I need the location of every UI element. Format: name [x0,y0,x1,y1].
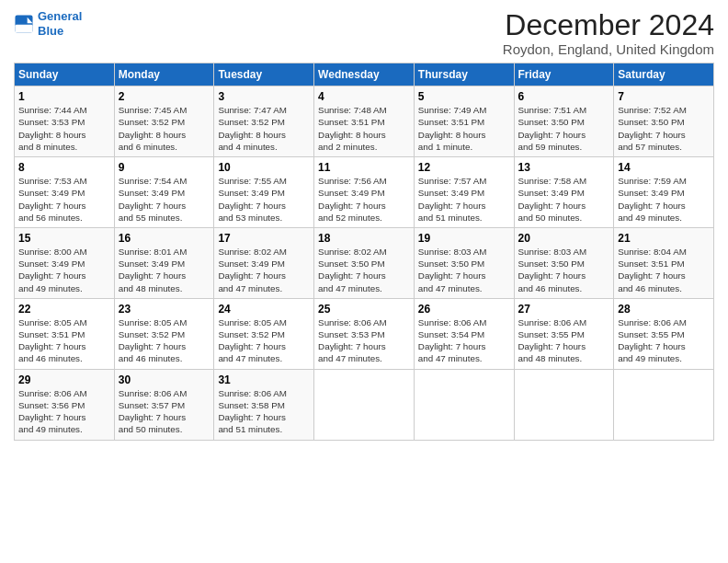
day-number: 18 [318,232,410,245]
day-info: Sunrise: 8:06 AM Sunset: 3:54 PM Dayligh… [418,316,510,365]
day-number: 8 [18,161,110,174]
day-cell [314,369,415,440]
day-number: 15 [18,232,110,245]
day-info: Sunrise: 7:59 AM Sunset: 3:49 PM Dayligh… [618,175,710,224]
day-info: Sunrise: 8:03 AM Sunset: 3:50 PM Dayligh… [518,246,610,294]
day-cell: 28Sunrise: 8:06 AM Sunset: 3:55 PM Dayli… [614,298,714,369]
day-number: 22 [18,303,110,316]
day-cell: 13Sunrise: 7:58 AM Sunset: 3:49 PM Dayli… [514,157,614,228]
col-header-thursday: Thursday [414,63,514,86]
day-cell: 15Sunrise: 8:00 AM Sunset: 3:49 PM Dayli… [15,227,115,298]
day-info: Sunrise: 7:48 AM Sunset: 3:51 PM Dayligh… [318,104,410,153]
header-row: SundayMondayTuesdayWednesdayThursdayFrid… [15,63,714,86]
day-number: 30 [119,373,210,386]
col-header-monday: Monday [114,63,214,86]
day-cell: 9Sunrise: 7:54 AM Sunset: 3:49 PM Daylig… [114,157,214,228]
day-cell: 5Sunrise: 7:49 AM Sunset: 3:51 PM Daylig… [414,86,514,157]
day-number: 6 [518,90,610,103]
day-info: Sunrise: 7:56 AM Sunset: 3:49 PM Dayligh… [318,175,410,224]
day-number: 2 [119,90,210,103]
day-cell: 19Sunrise: 8:03 AM Sunset: 3:50 PM Dayli… [414,227,514,298]
day-cell: 12Sunrise: 7:57 AM Sunset: 3:49 PM Dayli… [414,157,514,228]
day-cell: 31Sunrise: 8:06 AM Sunset: 3:58 PM Dayli… [214,369,314,440]
day-cell: 3Sunrise: 7:47 AM Sunset: 3:52 PM Daylig… [214,86,314,157]
day-cell: 26Sunrise: 8:06 AM Sunset: 3:54 PM Dayli… [414,298,514,369]
svg-rect-2 [15,24,32,32]
day-number: 20 [518,232,610,245]
day-number: 9 [119,161,210,174]
day-info: Sunrise: 7:54 AM Sunset: 3:49 PM Dayligh… [119,175,210,224]
day-cell: 11Sunrise: 7:56 AM Sunset: 3:49 PM Dayli… [314,157,415,228]
day-cell: 1Sunrise: 7:44 AM Sunset: 3:53 PM Daylig… [15,86,115,157]
calendar-table: SundayMondayTuesdayWednesdayThursdayFrid… [14,63,714,440]
day-info: Sunrise: 8:06 AM Sunset: 3:55 PM Dayligh… [518,316,610,365]
day-number: 10 [218,161,310,174]
day-info: Sunrise: 8:05 AM Sunset: 3:52 PM Dayligh… [119,316,210,365]
day-number: 23 [119,303,210,316]
day-cell: 18Sunrise: 8:02 AM Sunset: 3:50 PM Dayli… [314,227,415,298]
logo-general: General [38,9,82,23]
header-area: General Blue December 2024 Roydon, Engla… [14,9,714,57]
day-cell: 20Sunrise: 8:03 AM Sunset: 3:50 PM Dayli… [514,227,614,298]
day-number: 11 [318,161,410,174]
day-info: Sunrise: 7:49 AM Sunset: 3:51 PM Dayligh… [418,104,510,153]
day-number: 7 [618,90,710,103]
subtitle: Roydon, England, United Kingdom [503,41,714,57]
day-info: Sunrise: 8:04 AM Sunset: 3:51 PM Dayligh… [618,246,710,294]
col-header-friday: Friday [514,63,614,86]
day-info: Sunrise: 8:03 AM Sunset: 3:50 PM Dayligh… [418,246,510,294]
day-cell: 27Sunrise: 8:06 AM Sunset: 3:55 PM Dayli… [514,298,614,369]
week-row-5: 29Sunrise: 8:06 AM Sunset: 3:56 PM Dayli… [15,369,714,440]
day-info: Sunrise: 7:47 AM Sunset: 3:52 PM Dayligh… [218,104,310,153]
day-info: Sunrise: 7:44 AM Sunset: 3:53 PM Dayligh… [18,104,110,153]
day-info: Sunrise: 8:05 AM Sunset: 3:51 PM Dayligh… [18,316,110,365]
day-cell: 24Sunrise: 8:05 AM Sunset: 3:52 PM Dayli… [214,298,314,369]
day-cell: 22Sunrise: 8:05 AM Sunset: 3:51 PM Dayli… [15,298,115,369]
day-info: Sunrise: 8:06 AM Sunset: 3:57 PM Dayligh… [119,387,210,436]
day-cell: 6Sunrise: 7:51 AM Sunset: 3:50 PM Daylig… [514,86,614,157]
day-info: Sunrise: 8:02 AM Sunset: 3:49 PM Dayligh… [218,246,310,294]
day-info: Sunrise: 7:58 AM Sunset: 3:49 PM Dayligh… [518,175,610,224]
day-number: 26 [418,303,510,316]
day-number: 27 [518,303,610,316]
day-cell [514,369,614,440]
logo-blue: Blue [38,24,63,38]
day-cell: 30Sunrise: 8:06 AM Sunset: 3:57 PM Dayli… [114,369,214,440]
day-cell [614,369,714,440]
day-number: 12 [418,161,510,174]
day-info: Sunrise: 8:06 AM Sunset: 3:53 PM Dayligh… [318,316,410,365]
day-info: Sunrise: 8:00 AM Sunset: 3:49 PM Dayligh… [18,246,110,294]
day-info: Sunrise: 8:01 AM Sunset: 3:49 PM Dayligh… [119,246,210,294]
main-title: December 2024 [503,9,714,41]
day-number: 21 [618,232,710,245]
col-header-sunday: Sunday [15,63,115,86]
day-info: Sunrise: 7:55 AM Sunset: 3:49 PM Dayligh… [218,175,310,224]
day-number: 14 [618,161,710,174]
week-row-2: 8Sunrise: 7:53 AM Sunset: 3:49 PM Daylig… [15,157,714,228]
day-number: 13 [518,161,610,174]
week-row-4: 22Sunrise: 8:05 AM Sunset: 3:51 PM Dayli… [15,298,714,369]
day-number: 1 [18,90,110,103]
day-cell: 16Sunrise: 8:01 AM Sunset: 3:49 PM Dayli… [114,227,214,298]
day-number: 24 [218,303,310,316]
day-number: 19 [418,232,510,245]
day-number: 17 [218,232,310,245]
day-cell: 4Sunrise: 7:48 AM Sunset: 3:51 PM Daylig… [314,86,415,157]
col-header-wednesday: Wednesday [314,63,415,86]
day-number: 28 [618,303,710,316]
day-cell: 21Sunrise: 8:04 AM Sunset: 3:51 PM Dayli… [614,227,714,298]
day-info: Sunrise: 8:06 AM Sunset: 3:56 PM Dayligh… [18,387,110,436]
day-cell: 10Sunrise: 7:55 AM Sunset: 3:49 PM Dayli… [214,157,314,228]
day-cell: 17Sunrise: 8:02 AM Sunset: 3:49 PM Dayli… [214,227,314,298]
day-number: 5 [418,90,510,103]
day-info: Sunrise: 8:06 AM Sunset: 3:55 PM Dayligh… [618,316,710,365]
day-number: 4 [318,90,410,103]
day-cell: 29Sunrise: 8:06 AM Sunset: 3:56 PM Dayli… [15,369,115,440]
day-cell [414,369,514,440]
day-info: Sunrise: 7:52 AM Sunset: 3:50 PM Dayligh… [618,104,710,153]
logo-icon [14,14,34,34]
day-cell: 7Sunrise: 7:52 AM Sunset: 3:50 PM Daylig… [614,86,714,157]
day-number: 25 [318,303,410,316]
logo: General Blue [14,9,82,38]
day-cell: 8Sunrise: 7:53 AM Sunset: 3:49 PM Daylig… [15,157,115,228]
